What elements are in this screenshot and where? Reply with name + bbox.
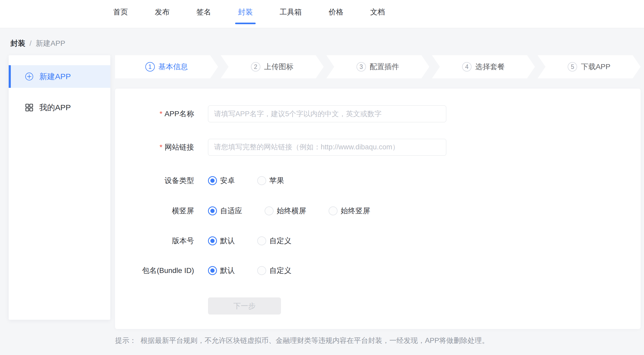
orientation-radio-group: 自适应 始终横屏 始终竖屏 [208,206,370,216]
form-row-bundle-id: 包名(Bundle ID) 默认 自定义 [115,262,641,280]
radio-label: 苹果 [269,176,284,186]
radio-always-portrait[interactable]: 始终竖屏 [329,206,370,216]
nav-item-publish[interactable]: 发布 [155,7,170,17]
label-text: 设备类型 [165,176,194,185]
bundle-id-radio-group: 默认 自定义 [208,266,291,276]
steps-bar: 1 基本信息 2 上传图标 3 配置插件 4 选择套餐 5 下载APP [115,55,641,78]
nav-item-label: 文档 [370,8,385,16]
breadcrumb: 封装 / 新建APP [11,38,65,48]
nav-item-price[interactable]: 价格 [329,7,343,17]
radio-android[interactable]: 安卓 [208,176,235,186]
step-4-choose-plan: 4 选择套餐 [432,55,535,78]
radio-always-landscape[interactable]: 始终横屏 [265,206,306,216]
required-asterisk: * [160,143,162,151]
label-text: 横竖屏 [172,207,194,215]
nav-item-label: 签名 [196,8,211,16]
step-number: 1 [145,62,155,72]
label-text: 包名(Bundle ID) [142,266,194,275]
label-text: 版本号 [172,237,194,245]
sidebar-item-new-app[interactable]: 新建APP [9,65,110,88]
radio-label: 安卓 [220,176,235,186]
label-text: 网站链接 [165,143,194,151]
device-type-label: 设备类型 [115,176,194,186]
site-url-input[interactable] [208,139,446,156]
app-name-label: *APP名称 [115,109,194,119]
step-number: 3 [356,62,366,72]
label-text: APP名称 [165,110,194,118]
orientation-label: 横竖屏 [115,206,194,216]
radio-label: 始终竖屏 [341,206,370,216]
nav-item-home[interactable]: 首页 [113,7,128,17]
nav-menu: 首页 发布 签名 封装 工具箱 价格 文档 [113,7,385,17]
nav-item-toolbox[interactable]: 工具箱 [280,7,302,17]
radio-selected-icon [208,176,217,185]
radio-unselected-icon [265,206,274,215]
nav-item-label: 首页 [113,8,128,16]
active-tab-underline [235,23,256,24]
radio-selected-icon [208,206,217,215]
breadcrumb-separator: / [29,39,32,48]
step-label: 选择套餐 [475,62,505,72]
radio-unselected-icon [329,206,338,215]
radio-label: 默认 [220,236,235,246]
form-row-version: 版本号 默认 自定义 [115,232,641,250]
radio-version-default[interactable]: 默认 [208,236,235,246]
step-3-configure-plugins: 3 配置插件 [326,55,429,78]
grid-icon [25,103,33,112]
nav-item-package[interactable]: 封装 [238,7,253,17]
bundle-id-label: 包名(Bundle ID) [115,266,194,276]
radio-selected-icon [208,266,217,275]
radio-bundle-default[interactable]: 默认 [208,266,235,276]
nav-item-sign[interactable]: 签名 [196,7,211,17]
breadcrumb-current: 新建APP [36,38,65,48]
next-step-button[interactable]: 下一步 [208,297,281,315]
step-label: 配置插件 [370,62,399,72]
sidebar-item-my-app[interactable]: 我的APP [9,96,110,119]
radio-unselected-icon [257,236,266,245]
radio-label: 自定义 [269,236,291,246]
step-label: 基本信息 [158,62,188,72]
radio-unselected-icon [257,266,266,275]
nav-item-label: 价格 [329,8,343,16]
platform-rules-tip: 提示：根据最新平台规则，不允许区块链虚拟币、金融理财类等违规内容在平台封装，一经… [115,336,489,345]
nav-item-label: 工具箱 [280,8,302,16]
radio-unselected-icon [257,176,266,185]
step-1-basic-info: 1 基本信息 [115,55,218,78]
nav-item-docs[interactable]: 文档 [370,7,385,17]
form-panel: *APP名称 *网站链接 设备类型 安卓 苹果 [115,89,641,329]
radio-bundle-custom[interactable]: 自定义 [257,266,291,276]
radio-adaptive[interactable]: 自适应 [208,206,242,216]
radio-ios[interactable]: 苹果 [257,176,284,186]
tip-prefix: 提示： [115,337,136,344]
breadcrumb-section[interactable]: 封装 [11,38,25,48]
top-nav: 首页 发布 签名 封装 工具箱 价格 文档 [0,0,644,28]
form-row-app-name: *APP名称 [115,105,641,122]
radio-label: 自适应 [220,206,242,216]
sidebar-item-label: 新建APP [39,71,71,82]
step-5-download-app: 5 下载APP [538,55,641,78]
step-label: 下载APP [581,62,610,72]
step-number: 5 [568,62,577,72]
step-2-upload-icon: 2 上传图标 [221,55,324,78]
sidebar: 新建APP 我的APP [9,55,110,320]
radio-version-custom[interactable]: 自定义 [257,236,291,246]
app-name-input[interactable] [208,105,446,122]
radio-label: 始终横屏 [277,206,306,216]
nav-item-label: 发布 [155,8,170,16]
step-label: 上传图标 [264,62,294,72]
radio-label: 默认 [220,266,235,276]
tip-text: 根据最新平台规则，不允许区块链虚拟币、金融理财类等违规内容在平台封装，一经发现，… [141,337,489,344]
plus-circle-icon [25,72,33,81]
step-number: 4 [462,62,472,72]
version-label: 版本号 [115,236,194,246]
radio-selected-icon [208,236,217,245]
sidebar-item-label: 我的APP [39,102,71,113]
required-asterisk: * [160,110,162,118]
radio-label: 自定义 [269,266,291,276]
device-type-radio-group: 安卓 苹果 [208,176,284,186]
site-url-label: *网站链接 [115,142,194,152]
form-row-device-type: 设备类型 安卓 苹果 [115,172,641,190]
form-row-orientation: 横竖屏 自适应 始终横屏 始终竖屏 [115,202,641,220]
nav-item-label: 封装 [238,8,253,16]
form-row-site-url: *网站链接 [115,139,641,156]
